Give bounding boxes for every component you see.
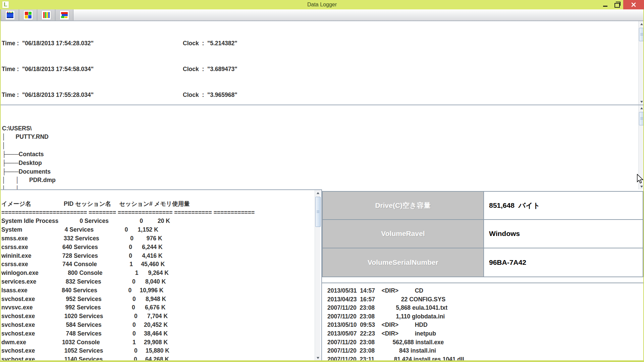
- arrow-up-icon: [640, 107, 643, 109]
- info-label-free-space: Drive(C)空き容量: [323, 192, 484, 220]
- log-time: Time : "06/18/2013 17:54:28.032": [2, 39, 183, 48]
- close-icon: [631, 2, 636, 7]
- arrow-down-icon: [640, 101, 643, 103]
- vertical-bars-icon: [42, 11, 51, 19]
- four-color-quadrant-icon: [24, 11, 33, 19]
- toolbar-button-quadrants[interactable]: [19, 9, 37, 20]
- scrollbar-thumb[interactable]: [315, 197, 321, 227]
- toolbar-button-horizontal-bars[interactable]: [55, 9, 73, 20]
- dir-listing-panel: 2013/05/31 14:57 <DIR> CD 2013/04/23 16:…: [322, 283, 644, 362]
- minimize-button[interactable]: [599, 0, 611, 9]
- log-clock: Clock : "3.689473": [183, 66, 237, 72]
- drive-info-table: Drive(C)空き容量 851,648 バイト VolumeRavel Win…: [322, 191, 643, 277]
- info-value-volume-label: Windows: [484, 220, 643, 248]
- dir-listing-output: 2013/05/31 14:57 <DIR> CD 2013/04/23 16:…: [322, 283, 644, 362]
- log-time: Time : "06/18/2013 17:55:28.034": [2, 91, 183, 100]
- process-list-output: イメージ名 PID セッション名 セッション# メモリ使用量 =========…: [0, 190, 321, 362]
- info-label-volume-label: VolumeRavel: [323, 220, 484, 248]
- titlebar: L Data Logger: [0, 0, 644, 9]
- scroll-up-button[interactable]: [315, 190, 321, 196]
- arrow-up-icon: [317, 192, 319, 194]
- restore-icon: [614, 3, 620, 8]
- horizontal-bars-icon: [60, 11, 69, 19]
- toolbar: [0, 9, 644, 21]
- log-row: Time : "06/18/2013 17:54:58.034"Clock : …: [2, 65, 644, 74]
- time-clock-log-panel: Time : "06/18/2013 17:54:28.032"Clock : …: [0, 21, 644, 105]
- arrow-up-icon: [640, 23, 643, 25]
- log-clock: Clock : "3.965968": [183, 92, 237, 98]
- vertical-divider: [321, 189, 322, 362]
- toolbar-button-log-window[interactable]: [1, 9, 19, 20]
- tree-output: C:\USERS\ │ PUTTY.RND │ ├───Contacts ├──…: [0, 105, 644, 189]
- toolbar-button-vertical-bars[interactable]: [37, 9, 55, 20]
- window-border-bottom: [0, 360, 644, 362]
- toolbar-button-group: [1, 9, 73, 20]
- info-label-volume-serial: VolumeSerialNumber: [323, 248, 484, 277]
- info-value-volume-serial: 96BA-7A42: [484, 248, 643, 277]
- arrow-down-icon: [317, 357, 319, 359]
- log-time: Time : "06/18/2013 17:54:58.034": [2, 65, 183, 74]
- minimize-icon: [603, 6, 607, 7]
- log-row: Time : "06/18/2013 17:55:28.034"Clock : …: [2, 91, 644, 100]
- log-window-icon: [6, 11, 14, 19]
- log-clock: Clock : "5.214382": [183, 40, 237, 47]
- directory-tree-panel: C:\USERS\ │ PUTTY.RND │ ├───Contacts ├──…: [0, 105, 644, 189]
- process-list-panel: イメージ名 PID セッション名 セッション# メモリ使用量 =========…: [0, 189, 321, 362]
- log-row: Time : "06/18/2013 17:54:28.032"Clock : …: [2, 39, 644, 48]
- process-panel-scrollbar[interactable]: [315, 190, 320, 361]
- scroll-down-button[interactable]: [315, 355, 321, 361]
- arrow-down-icon: [640, 186, 643, 188]
- window-border-left: [0, 9, 1, 362]
- window-title: Data Logger: [0, 0, 644, 9]
- info-value-free-space: 851,648 バイト: [484, 192, 643, 220]
- close-button[interactable]: [623, 0, 644, 9]
- restore-button[interactable]: [611, 0, 623, 9]
- mouse-cursor: [637, 174, 643, 185]
